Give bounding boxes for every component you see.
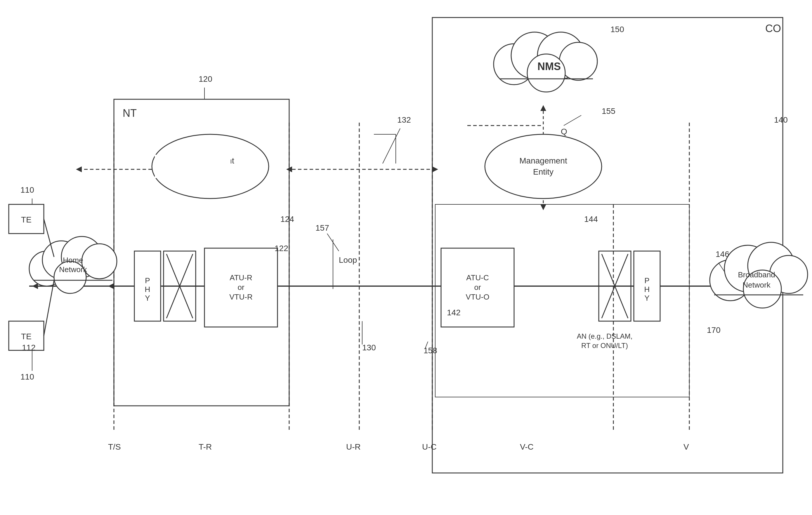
num-130: 130 — [362, 343, 376, 352]
home-network-label2: Network — [59, 265, 87, 274]
num-140: 140 — [774, 115, 788, 124]
nt-label: NT — [123, 107, 137, 119]
mgmt-entity-right-2: Entity — [533, 167, 553, 176]
phy-right-label2: H — [644, 285, 650, 294]
broadband-network-label2: Network — [743, 280, 771, 289]
loop-label: Loop — [339, 255, 357, 265]
phy-right-label3: Y — [644, 294, 649, 302]
te1-label: TE — [21, 215, 32, 224]
svg-point-43 — [82, 244, 117, 279]
num-146: 146 — [716, 250, 729, 259]
v-label: V — [684, 442, 689, 451]
mgmt-entity-right: Management — [519, 156, 567, 165]
num-110-top: 110 — [21, 185, 34, 194]
te2-label: TE — [21, 332, 32, 341]
phy-left-label3: Y — [145, 294, 150, 302]
atu-r-label: ATU-R — [230, 273, 252, 282]
diagram-svg: CO NT NMS Management Entity Management E… — [0, 0, 812, 515]
an-label: AN (e.g., DSLAM, — [577, 332, 633, 340]
num-144: 144 — [584, 215, 598, 224]
num-170: 170 — [707, 326, 721, 335]
ts-label: T/S — [108, 442, 121, 451]
svg-marker-21 — [32, 283, 38, 289]
svg-line-60 — [383, 128, 400, 163]
svg-point-38 — [527, 54, 565, 92]
num-110-bot: 110 — [21, 372, 34, 381]
num-142: 142 — [447, 308, 461, 317]
q-label: Q — [561, 127, 567, 136]
num-132: 132 — [397, 115, 411, 124]
phy-left-label2: H — [145, 285, 150, 294]
phy-right-label: P — [644, 276, 649, 285]
num-150: 150 — [610, 25, 624, 34]
num-122: 122 — [274, 244, 288, 253]
svg-marker-12 — [76, 166, 82, 172]
svg-marker-68 — [108, 283, 114, 289]
atu-c-label3: VTU-O — [466, 293, 490, 301]
nms-label: NMS — [538, 60, 561, 72]
num-124: 124 — [281, 215, 294, 224]
atu-c-label2: or — [474, 283, 481, 292]
num-155: 155 — [602, 107, 615, 116]
vc-label: V-C — [520, 442, 534, 451]
atu-c-label: ATU-C — [466, 273, 489, 282]
atu-r-label3: VTU-R — [229, 293, 252, 301]
broadband-network-label: Broadband — [738, 270, 775, 279]
uc-label: U-C — [422, 442, 437, 451]
svg-point-33 — [485, 134, 602, 199]
phy-left-label: P — [145, 276, 150, 285]
an-label2: RT or ONU/LT) — [581, 341, 628, 350]
co-label: CO — [765, 23, 781, 34]
atu-r-label2: or — [237, 283, 244, 292]
home-network-label: Home — [63, 256, 83, 265]
num-120: 120 — [199, 74, 212, 84]
ur-label: U-R — [346, 442, 361, 451]
svg-rect-69 — [155, 155, 231, 178]
svg-line-67 — [44, 280, 54, 336]
num-112: 112 — [22, 343, 36, 352]
diagram-container: CO NT NMS Management Entity Management E… — [0, 0, 812, 515]
num-157: 157 — [315, 223, 329, 233]
tr-label: T-R — [199, 442, 212, 451]
